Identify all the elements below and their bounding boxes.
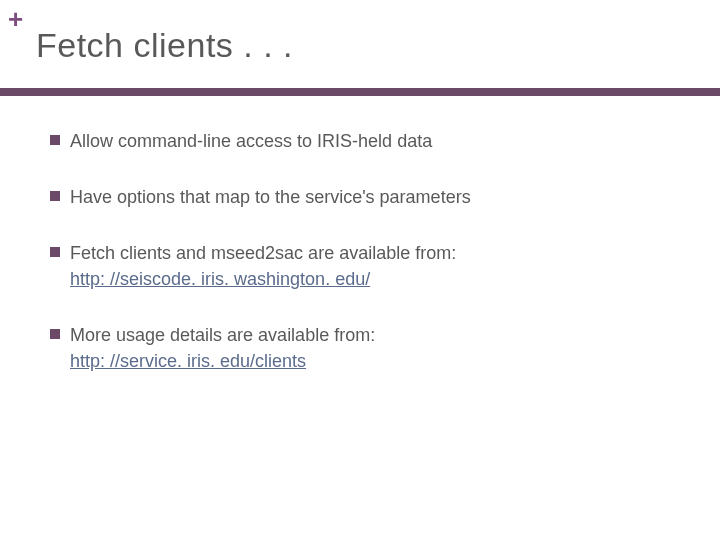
page-title: Fetch clients . . . (36, 26, 293, 65)
bullet-icon (50, 247, 60, 257)
bullet-icon (50, 191, 60, 201)
bullet-text: Allow command-line access to IRIS-held d… (70, 128, 650, 154)
title-divider (0, 88, 720, 96)
list-item: Fetch clients and mseed2sac are availabl… (50, 240, 650, 292)
bullet-list: Allow command-line access to IRIS-held d… (50, 128, 650, 405)
bullet-body: Fetch clients and mseed2sac are availabl… (70, 243, 456, 263)
link-service-iris[interactable]: http: //service. iris. edu/clients (70, 351, 306, 371)
plus-icon: + (8, 6, 23, 32)
bullet-body: Allow command-line access to IRIS-held d… (70, 131, 432, 151)
bullet-body: More usage details are available from: (70, 325, 375, 345)
list-item: Have options that map to the service's p… (50, 184, 650, 210)
link-seiscode[interactable]: http: //seiscode. iris. washington. edu/ (70, 269, 370, 289)
bullet-body: Have options that map to the service's p… (70, 187, 471, 207)
bullet-text: Fetch clients and mseed2sac are availabl… (70, 240, 650, 292)
list-item: More usage details are available from: h… (50, 322, 650, 374)
bullet-icon (50, 135, 60, 145)
bullet-text: Have options that map to the service's p… (70, 184, 650, 210)
bullet-icon (50, 329, 60, 339)
list-item: Allow command-line access to IRIS-held d… (50, 128, 650, 154)
bullet-text: More usage details are available from: h… (70, 322, 650, 374)
